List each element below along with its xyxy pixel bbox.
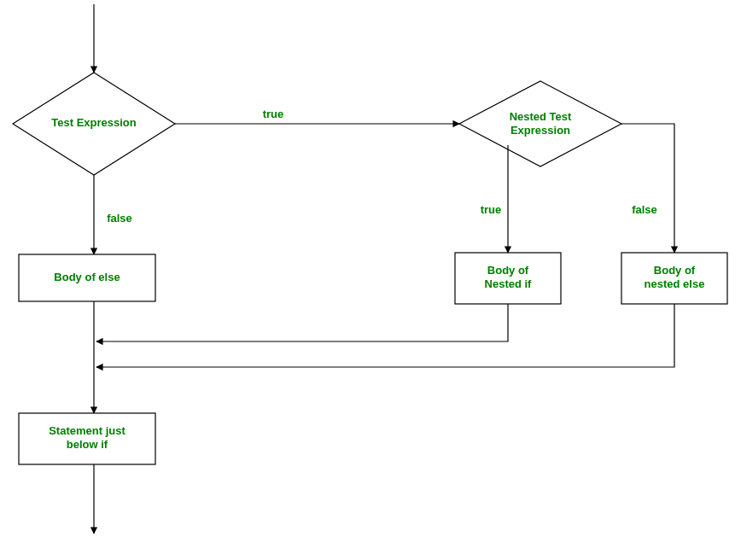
node-nested-test-expression: Nested Test Expression: [459, 81, 621, 166]
node-statement-below-if: Statement just below if: [19, 413, 155, 464]
node-body-nested-if: Body of Nested if: [455, 253, 561, 304]
node-body-nested-else: Body of nested else: [621, 253, 727, 304]
node-test-expression: Test Expression: [13, 73, 175, 175]
node-body-else: Body of else: [19, 254, 155, 301]
label-statement-line1: Statement just: [49, 424, 125, 437]
label-edge-true2: true: [481, 203, 502, 216]
label-edge-true1: true: [263, 108, 284, 120]
edge-nested-false: [621, 124, 674, 253]
label-body-nested-else-line2: nested else: [645, 277, 705, 290]
label-nested-test-line1: Nested Test: [510, 110, 572, 123]
label-body-nested-if-line1: Body of: [487, 264, 529, 277]
flowchart-canvas: Test Expression true false Nested Test E…: [0, 0, 735, 560]
label-nested-test-line2: Expression: [510, 124, 570, 137]
edge-nested-else-merge: [96, 304, 674, 367]
label-edge-false2: false: [632, 203, 657, 216]
label-test-expression: Test Expression: [51, 116, 137, 129]
edge-nested-if-merge: [96, 304, 508, 341]
label-statement-line2: below if: [67, 438, 108, 451]
label-body-else: Body of else: [54, 271, 120, 283]
label-body-nested-if-line2: Nested if: [485, 277, 533, 290]
label-body-nested-else-line1: Body of: [654, 264, 696, 277]
label-edge-false1: false: [107, 212, 132, 225]
